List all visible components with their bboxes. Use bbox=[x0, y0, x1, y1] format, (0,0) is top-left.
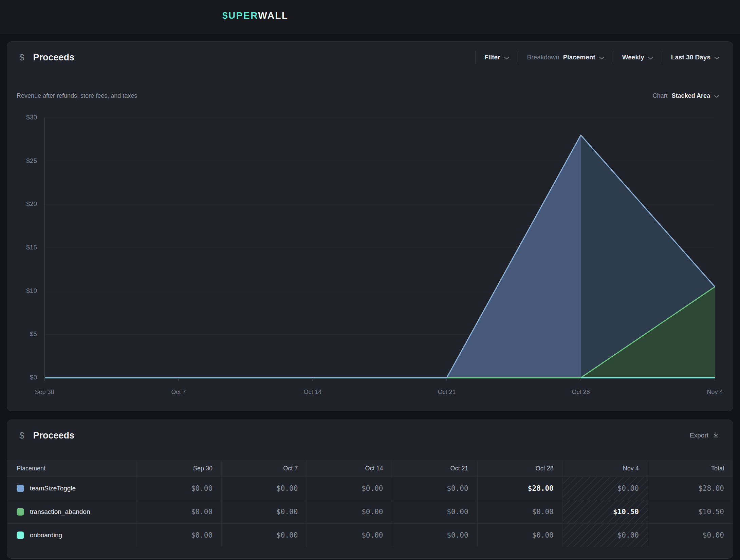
x-axis-tick-label: Nov 4 bbox=[707, 389, 723, 396]
column-header: Oct 28 bbox=[477, 460, 562, 477]
chart-type-label: Chart bbox=[653, 92, 668, 99]
column-header: Oct 7 bbox=[221, 460, 307, 477]
stacked-area-chart[interactable] bbox=[44, 118, 715, 381]
x-axis-tick-label: Oct 7 bbox=[171, 389, 186, 396]
chart-subheader: Revenue after refunds, store fees, and t… bbox=[17, 91, 719, 100]
divider bbox=[613, 51, 613, 64]
value-cell: $0.00 bbox=[307, 500, 392, 523]
proceeds-table: PlacementSep 30Oct 7Oct 14Oct 21Oct 28No… bbox=[7, 460, 733, 547]
export-label: Export bbox=[690, 432, 708, 439]
value-cell: $0.00 bbox=[392, 524, 477, 547]
chart-controls: Filter Breakdown Placement Weekly Last 3… bbox=[475, 51, 719, 64]
value-cell: $0.00 bbox=[562, 477, 648, 500]
value-cell: $0.00 bbox=[221, 477, 307, 500]
value-cell: $0.00 bbox=[307, 524, 392, 547]
download-icon bbox=[713, 431, 719, 440]
table-card-header: $ Proceeds Export bbox=[7, 420, 733, 451]
table-card-title: Proceeds bbox=[33, 430, 74, 441]
y-axis-tick-label: $20 bbox=[7, 200, 37, 208]
table-body: teamSizeToggle$0.00$0.00$0.00$0.00$28.00… bbox=[7, 477, 733, 547]
value-cell: $0.00 bbox=[221, 524, 307, 547]
value-cell: $0.00 bbox=[477, 500, 562, 523]
chevron-down-icon bbox=[714, 54, 719, 61]
filter-label: Filter bbox=[484, 54, 500, 61]
table-row[interactable]: teamSizeToggle$0.00$0.00$0.00$0.00$28.00… bbox=[7, 477, 733, 500]
total-cell: $10.50 bbox=[648, 500, 733, 523]
value-cell: $0.00 bbox=[136, 477, 221, 500]
logo-prefix: $UPER bbox=[222, 10, 258, 21]
y-axis-tick-label: $10 bbox=[7, 287, 37, 295]
dollar-icon: $ bbox=[19, 430, 24, 441]
breakdown-value: Placement bbox=[563, 54, 595, 61]
chart-card-header: $ Proceeds Filter Breakdown Placement We… bbox=[7, 42, 733, 73]
proceeds-chart-card: $ Proceeds Filter Breakdown Placement We… bbox=[7, 41, 733, 411]
top-navigation-bar: $UPERWALL bbox=[0, 0, 740, 34]
value-cell: $10.50 bbox=[562, 500, 648, 523]
chevron-down-icon bbox=[599, 54, 604, 61]
total-cell: $0.00 bbox=[648, 524, 733, 547]
placement-cell: teamSizeToggle bbox=[7, 477, 136, 500]
value-cell: $0.00 bbox=[221, 500, 307, 523]
filter-dropdown[interactable]: Filter bbox=[484, 53, 509, 61]
y-axis-tick-label: $5 bbox=[7, 330, 37, 338]
chart-subtitle: Revenue after refunds, store fees, and t… bbox=[17, 92, 137, 99]
y-axis-tick-label: $0 bbox=[7, 374, 37, 381]
value-cell: $0.00 bbox=[307, 477, 392, 500]
column-header: Nov 4 bbox=[562, 460, 648, 477]
breakdown-dropdown[interactable]: Breakdown Placement bbox=[527, 53, 604, 61]
divider bbox=[662, 51, 662, 64]
value-cell: $0.00 bbox=[392, 500, 477, 523]
series-color-swatch bbox=[17, 508, 24, 516]
chart-type-dropdown[interactable]: Chart Stacked Area bbox=[653, 92, 719, 100]
y-axis-tick-label: $25 bbox=[7, 157, 37, 165]
table-row[interactable]: transaction_abandon$0.00$0.00$0.00$0.00$… bbox=[7, 500, 733, 524]
dollar-icon: $ bbox=[19, 52, 24, 63]
column-header: Total bbox=[648, 460, 733, 477]
value-cell: $0.00 bbox=[136, 500, 221, 523]
placement-cell: transaction_abandon bbox=[7, 500, 136, 523]
placement-name: onboarding bbox=[30, 531, 62, 539]
placement-name: teamSizeToggle bbox=[30, 485, 76, 492]
date-range-value: Last 30 Days bbox=[671, 54, 710, 61]
y-axis-tick-label: $15 bbox=[7, 244, 37, 251]
series-color-swatch bbox=[17, 485, 24, 492]
divider bbox=[475, 51, 476, 64]
x-axis-tick-label: Oct 14 bbox=[303, 389, 321, 396]
chevron-down-icon bbox=[504, 54, 509, 61]
column-header: Oct 14 bbox=[307, 460, 392, 477]
value-cell: $0.00 bbox=[477, 524, 562, 547]
interval-value: Weekly bbox=[622, 54, 644, 61]
column-header: Placement bbox=[7, 460, 136, 477]
column-header: Oct 21 bbox=[392, 460, 477, 477]
superwall-logo: $UPERWALL bbox=[222, 10, 289, 21]
value-cell: $0.00 bbox=[562, 524, 648, 547]
series-color-swatch bbox=[17, 531, 24, 539]
x-axis-tick-label: Sep 30 bbox=[35, 389, 54, 396]
logo-suffix: WALL bbox=[258, 10, 288, 21]
column-header: Sep 30 bbox=[136, 460, 221, 477]
x-axis-tick-label: Oct 21 bbox=[438, 389, 456, 396]
table-row[interactable]: onboarding$0.00$0.00$0.00$0.00$0.00$0.00… bbox=[7, 524, 733, 547]
chart-type-value: Stacked Area bbox=[672, 92, 710, 99]
x-axis-tick-label: Oct 28 bbox=[572, 389, 590, 396]
proceeds-table-card: $ Proceeds Export PlacementSep 30Oct 7Oc… bbox=[7, 419, 733, 559]
chart-card-title: Proceeds bbox=[33, 52, 74, 63]
value-cell: $28.00 bbox=[477, 477, 562, 500]
interval-dropdown[interactable]: Weekly bbox=[622, 53, 653, 61]
placement-name: transaction_abandon bbox=[30, 508, 90, 516]
export-button[interactable]: Export bbox=[690, 431, 719, 440]
total-cell: $28.00 bbox=[648, 477, 733, 500]
value-cell: $0.00 bbox=[136, 524, 221, 547]
chevron-down-icon bbox=[648, 54, 653, 61]
table-header-row: PlacementSep 30Oct 7Oct 14Oct 21Oct 28No… bbox=[7, 460, 733, 477]
y-axis-tick-label: $30 bbox=[7, 114, 37, 121]
breakdown-label: Breakdown bbox=[527, 54, 559, 61]
chevron-down-icon bbox=[714, 93, 719, 100]
divider bbox=[518, 51, 518, 64]
placement-cell: onboarding bbox=[7, 524, 136, 547]
date-range-dropdown[interactable]: Last 30 Days bbox=[671, 53, 719, 61]
value-cell: $0.00 bbox=[392, 477, 477, 500]
